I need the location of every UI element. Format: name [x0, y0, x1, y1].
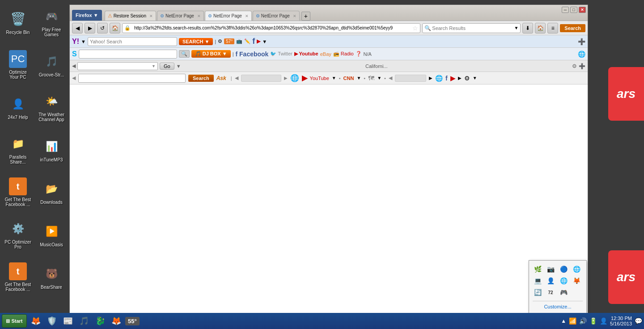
- ask-logo[interactable]: Ask: [216, 75, 226, 81]
- yahoo-dropdown-icon[interactable]: ▼: [81, 39, 86, 44]
- settings-arrow[interactable]: ▼: [473, 76, 477, 80]
- desktop-icon-parallels-share[interactable]: 📁 Parallels Share...: [2, 130, 34, 170]
- systray-icon-11[interactable]: 🎮: [559, 287, 568, 297]
- customize-link[interactable]: Customize...: [533, 301, 583, 309]
- globe-icon-right[interactable]: 🌐: [578, 51, 585, 58]
- desktop-icon-24x7-help[interactable]: 👤 24x7 Help: [2, 87, 34, 127]
- yahoo-logo[interactable]: Y!: [72, 38, 79, 46]
- bookmark-star-icon[interactable]: ☆: [412, 25, 418, 32]
- go-input[interactable]: [80, 63, 152, 68]
- fb2-bk[interactable]: f: [445, 75, 448, 82]
- desktop-icon-play-free-games[interactable]: 🎮 Play Free Games: [36, 2, 67, 42]
- taskbar-clock[interactable]: 12:30 PM 5/16/2013: [610, 316, 632, 326]
- systray-icon-6[interactable]: 👤: [546, 276, 555, 286]
- settings-icon[interactable]: ⚙: [572, 63, 577, 69]
- twitter-bookmark[interactable]: 🐦 Twitter: [270, 51, 292, 57]
- desktop-icon-recycle-bin[interactable]: 🗑️ Recycle Bin: [2, 2, 34, 42]
- desktop-icon-get-facebook-2[interactable]: t Get The Best Facebook ...: [2, 257, 34, 297]
- desktop-icon-downloads[interactable]: 📂 Downloads: [36, 172, 67, 212]
- back-button[interactable]: ◀: [72, 23, 83, 34]
- skype-search-input[interactable]: [81, 51, 175, 57]
- desktop-icon-bearshare[interactable]: 🐻 BearShare: [36, 257, 67, 297]
- tab-neterror-1[interactable]: ⚙ NetError Page ✕: [157, 11, 204, 21]
- desktop-icon-weather-channel[interactable]: 🌤️ The Weather Channel App: [36, 87, 67, 127]
- djbox-button[interactable]: 🎵 DJ BOX ▼: [191, 50, 231, 58]
- cnn-bk[interactable]: CNN: [343, 76, 354, 81]
- systray-icon-5[interactable]: 💻: [533, 276, 542, 286]
- close-button[interactable]: ✕: [579, 7, 586, 13]
- desktop-icon-intune-mp3[interactable]: 📊 inTuneMP3: [36, 130, 67, 170]
- taskbar-network-icon[interactable]: 📶: [569, 317, 576, 325]
- yt2-bk[interactable]: ▶: [450, 75, 455, 82]
- taskbar-battery-icon[interactable]: 🔋: [589, 317, 597, 325]
- tab-close-1[interactable]: ✕: [197, 14, 201, 18]
- taskbar-notification-icon[interactable]: 💬: [635, 317, 642, 325]
- search-input[interactable]: [432, 25, 513, 31]
- go-button[interactable]: Go: [160, 63, 174, 70]
- systray-icon-1[interactable]: 🌿: [533, 264, 542, 274]
- systray-icon-10[interactable]: 72: [546, 287, 555, 297]
- taskbar-news-icon[interactable]: 📰: [61, 314, 75, 328]
- ask-search-input[interactable]: [80, 76, 183, 81]
- maps-arrow[interactable]: ▼: [377, 76, 381, 80]
- add-icon[interactable]: ➕: [579, 63, 585, 69]
- desktop-icon-pc-optimizer[interactable]: ⚙️ PC Optimizer Pro: [2, 215, 34, 255]
- systray-icon-3[interactable]: 🔵: [559, 264, 568, 274]
- desktop-icon-optimize-pc[interactable]: PC Optimize Your PC: [2, 45, 34, 85]
- desktop-icon-groove[interactable]: 🎵 Groove-Str...: [36, 45, 67, 85]
- yahoo-search-input[interactable]: [90, 39, 175, 44]
- taskbar-firefox-icon[interactable]: 🦊: [29, 314, 43, 328]
- skype-search-btn[interactable]: 🔍: [179, 50, 190, 58]
- taskbar-app-icon[interactable]: 🦊: [109, 314, 123, 328]
- menu-button[interactable]: ≡: [547, 23, 558, 34]
- settings-bk[interactable]: ⚙: [464, 75, 470, 82]
- help-bookmark[interactable]: ❓: [356, 51, 362, 57]
- yahoo-add-icon[interactable]: ➕: [578, 38, 585, 45]
- go-dropdown-icon[interactable]: ▼: [152, 64, 156, 68]
- youtube-bookmark[interactable]: ▶ Youtube: [294, 51, 318, 57]
- youtube-arrow[interactable]: ▼: [332, 76, 336, 80]
- tab-close-restore[interactable]: ✕: [149, 14, 153, 18]
- globe2-bk[interactable]: 🌐: [435, 75, 443, 82]
- go-bar-arrow[interactable]: ◀: [72, 63, 76, 69]
- minimize-button[interactable]: ─: [562, 7, 569, 13]
- url-input[interactable]: [132, 23, 411, 33]
- yahoo-more-icon[interactable]: ▼: [262, 39, 267, 44]
- tab-close-2[interactable]: ✕: [245, 14, 249, 18]
- firefox-menu-button[interactable]: Firefox ▼: [72, 10, 102, 21]
- youtube-icon[interactable]: ▶: [257, 38, 260, 44]
- ask-right-scroll2[interactable]: ◀: [389, 75, 392, 81]
- taskbar-systray-up-icon[interactable]: ▲: [561, 318, 566, 324]
- systray-icon-9[interactable]: 🔄: [533, 287, 542, 297]
- ask-left-scroll[interactable]: ◀: [72, 75, 76, 81]
- reload-button[interactable]: ↺: [97, 23, 108, 34]
- systray-icon-2[interactable]: 📷: [546, 264, 555, 274]
- go-bar-arrow2[interactable]: ▼: [176, 63, 181, 69]
- taskbar-user-icon[interactable]: 👤: [600, 317, 607, 325]
- bookmark-nav-1[interactable]: [241, 75, 281, 82]
- youtube-bk[interactable]: ▶: [302, 74, 307, 82]
- yahoo-options-icon[interactable]: ⚙: [218, 38, 222, 44]
- taskbar-music-icon[interactable]: 🎵: [77, 314, 91, 328]
- yahoo-screen-icon[interactable]: 📺: [236, 38, 242, 44]
- na-bookmark[interactable]: N/A: [364, 51, 372, 57]
- yahoo-search-button[interactable]: SEARCH ▼: [179, 38, 213, 45]
- ask-right-scroll[interactable]: ◀: [235, 75, 238, 81]
- search-submit-icon[interactable]: ▼: [514, 25, 518, 30]
- new-tab-button[interactable]: +: [301, 12, 310, 21]
- ask-search-button[interactable]: Search: [188, 75, 214, 82]
- youtube-label[interactable]: YouTube: [310, 76, 329, 81]
- taskbar-game-icon[interactable]: 🐉: [93, 314, 107, 328]
- cnn-arrow[interactable]: ▼: [356, 76, 361, 80]
- maps-bk[interactable]: 🗺: [368, 75, 374, 82]
- taskbar-avast-icon[interactable]: 🛡️: [45, 314, 59, 328]
- ebay-bookmark[interactable]: eBay: [320, 51, 331, 57]
- forward-button[interactable]: ▶: [85, 23, 95, 34]
- bookmark-nav-2[interactable]: [395, 75, 426, 82]
- skype-logo[interactable]: S: [72, 50, 77, 58]
- desktop-icon-get-facebook-1[interactable]: t Get The Best Facebook ...: [2, 172, 34, 212]
- tab-neterror-2[interactable]: ⚙ NetError Page ✕: [205, 11, 252, 21]
- nav-right-icon[interactable]: ▶: [429, 76, 432, 80]
- download-button[interactable]: ⬇: [522, 23, 533, 34]
- facebook-bookmark[interactable]: f Facebook: [236, 51, 269, 58]
